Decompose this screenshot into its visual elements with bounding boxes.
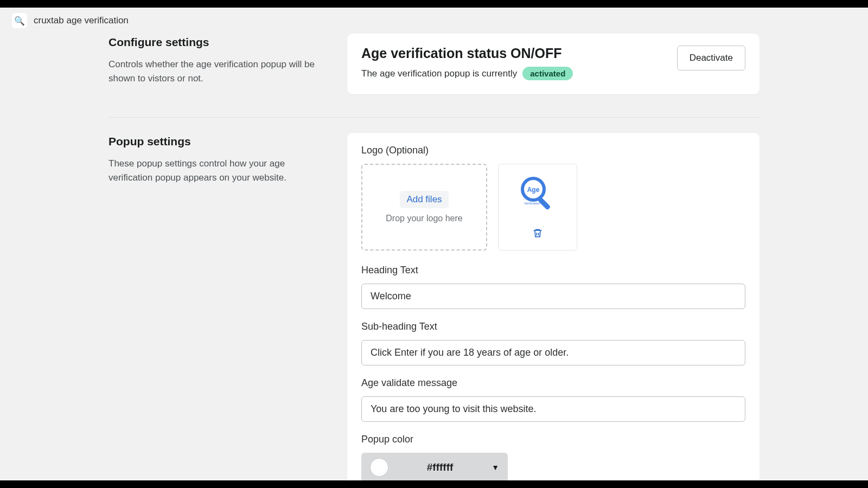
color-value: #ffffff bbox=[396, 461, 484, 473]
heading-label: Heading Text bbox=[361, 265, 745, 276]
status-line-text: The age verification popup is currently bbox=[361, 68, 517, 79]
trash-icon bbox=[532, 228, 543, 239]
breadcrumb: 🔍 cruxtab age verification bbox=[0, 8, 868, 34]
main-content: Configure settings Controls whether the … bbox=[98, 34, 770, 488]
status-line: The age verification popup is currently … bbox=[361, 67, 666, 80]
status-card: Age verification status ON/OFF The age v… bbox=[347, 34, 760, 94]
subheading-label: Sub-heading Text bbox=[361, 321, 745, 332]
app-icon: 🔍 bbox=[12, 13, 27, 28]
popup-color-label: Popup color bbox=[361, 434, 745, 445]
logo-dropzone[interactable]: Add files Drop your logo here bbox=[361, 164, 487, 251]
deactivate-button[interactable]: Deactivate bbox=[677, 46, 745, 70]
status-title: Age verification status ON/OFF bbox=[361, 46, 666, 61]
logo-preview-image: Age Verification bbox=[516, 174, 559, 217]
section-popup-left: Popup settings These popup settings cont… bbox=[108, 133, 326, 488]
magnifier-age-icon: Age Verification bbox=[516, 174, 559, 217]
configure-title: Configure settings bbox=[108, 36, 326, 49]
popup-title: Popup settings bbox=[108, 135, 326, 148]
letterbox-top bbox=[0, 0, 868, 8]
section-popup-right: Logo (Optional) Add files Drop your logo… bbox=[347, 133, 760, 488]
popup-card: Logo (Optional) Add files Drop your logo… bbox=[347, 133, 760, 488]
validate-input[interactable] bbox=[361, 396, 745, 422]
section-configure: Configure settings Controls whether the … bbox=[108, 34, 760, 107]
add-files-button[interactable]: Add files bbox=[400, 191, 448, 208]
breadcrumb-text: cruxtab age verification bbox=[34, 15, 129, 26]
validate-label: Age validate message bbox=[361, 377, 745, 389]
delete-logo-button[interactable] bbox=[529, 224, 546, 245]
heading-input[interactable] bbox=[361, 284, 745, 309]
configure-desc: Controls whether the age verification po… bbox=[108, 57, 326, 85]
svg-text:Verification: Verification bbox=[524, 202, 540, 205]
logo-row: Add files Drop your logo here Age Verifi… bbox=[361, 164, 745, 251]
letterbox-bottom bbox=[0, 480, 868, 488]
drop-hint: Drop your logo here bbox=[386, 214, 462, 223]
chevron-down-icon: ▼ bbox=[492, 463, 499, 472]
status-row: Age verification status ON/OFF The age v… bbox=[361, 46, 745, 80]
section-configure-left: Configure settings Controls whether the … bbox=[108, 34, 326, 94]
status-badge: activated bbox=[522, 67, 573, 80]
color-swatch bbox=[370, 458, 388, 477]
popup-desc: These popup settings control how your ag… bbox=[108, 157, 326, 184]
logo-label: Logo (Optional) bbox=[361, 145, 745, 156]
svg-text:Age: Age bbox=[527, 186, 540, 194]
section-configure-right: Age verification status ON/OFF The age v… bbox=[347, 34, 760, 94]
section-divider bbox=[108, 117, 760, 118]
status-left: Age verification status ON/OFF The age v… bbox=[361, 46, 666, 80]
search-icon: 🔍 bbox=[14, 16, 25, 26]
logo-preview-card: Age Verification bbox=[498, 164, 577, 251]
popup-color-select[interactable]: #ffffff ▼ bbox=[361, 453, 508, 482]
subheading-input[interactable] bbox=[361, 340, 745, 365]
section-popup: Popup settings These popup settings cont… bbox=[108, 133, 760, 488]
